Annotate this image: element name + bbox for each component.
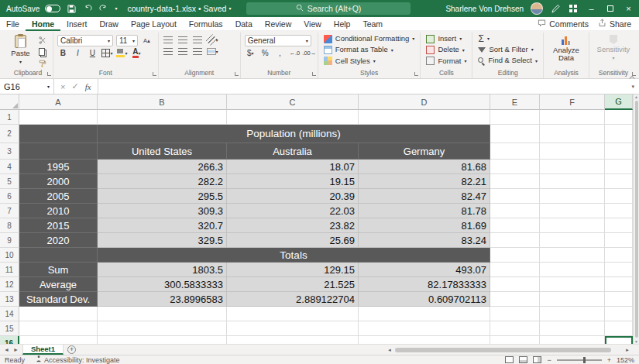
- zoom-slider-thumb[interactable]: [583, 357, 586, 363]
- row-header[interactable]: 10: [0, 248, 19, 263]
- cell[interactable]: 320.7: [98, 218, 227, 233]
- cell[interactable]: [227, 321, 359, 336]
- align-middle-button[interactable]: [177, 35, 189, 45]
- align-right-button[interactable]: [192, 46, 204, 57]
- cell[interactable]: [98, 321, 227, 336]
- cell[interactable]: [540, 336, 605, 344]
- insert-function-button[interactable]: fx: [85, 82, 91, 91]
- cell[interactable]: 23.82: [227, 218, 359, 233]
- cell[interactable]: 2.889122704: [227, 292, 359, 307]
- tab-data[interactable]: Data: [229, 17, 259, 31]
- cell[interactable]: [490, 218, 540, 233]
- comma-format-button[interactable]: ,: [274, 48, 286, 58]
- format-painter-button[interactable]: [37, 58, 49, 68]
- underline-button[interactable]: U: [87, 48, 98, 58]
- cell[interactable]: 20.39: [227, 189, 359, 204]
- column-header-f[interactable]: F: [540, 94, 605, 110]
- cell[interactable]: [605, 110, 633, 125]
- page-layout-view-icon[interactable]: [519, 356, 527, 363]
- formula-input[interactable]: [98, 79, 627, 94]
- align-center-button[interactable]: [177, 46, 189, 57]
- alignment-dialog-launcher-icon[interactable]: [235, 72, 239, 76]
- cell[interactable]: [605, 160, 633, 174]
- cell[interactable]: [605, 233, 633, 248]
- number-format-select[interactable]: General▾: [245, 35, 311, 46]
- cell[interactable]: [19, 248, 98, 263]
- font-name-select[interactable]: Calibri▾: [57, 35, 113, 46]
- cell[interactable]: 295.5: [98, 189, 227, 204]
- cell[interactable]: 82.17833333: [359, 277, 490, 292]
- cell[interactable]: [540, 174, 605, 189]
- cell[interactable]: [605, 292, 633, 307]
- sheet-nav-right-icon[interactable]: ►: [13, 347, 19, 352]
- tab-home[interactable]: Home: [26, 17, 60, 31]
- cell[interactable]: [540, 189, 605, 204]
- cell[interactable]: [490, 277, 540, 292]
- cell[interactable]: [540, 277, 605, 292]
- align-bottom-button[interactable]: [192, 35, 204, 45]
- normal-view-icon[interactable]: [505, 356, 514, 363]
- title-chevron-icon[interactable]: ▾: [228, 6, 231, 11]
- cell[interactable]: Germany: [359, 143, 490, 160]
- row-header[interactable]: 16: [0, 336, 19, 344]
- cell[interactable]: Australia: [227, 143, 359, 160]
- number-dialog-launcher-icon[interactable]: [312, 72, 316, 76]
- select-all-corner[interactable]: [0, 94, 19, 110]
- cell[interactable]: 282.2: [98, 174, 227, 189]
- cell[interactable]: 23.8996583: [98, 292, 227, 307]
- cell[interactable]: 329.5: [98, 233, 227, 248]
- percent-format-button[interactable]: %: [259, 48, 271, 58]
- name-box[interactable]: G16▾: [0, 79, 54, 94]
- tab-view[interactable]: View: [297, 17, 328, 31]
- tab-insert[interactable]: Insert: [60, 17, 93, 31]
- row-header[interactable]: 5: [0, 174, 19, 189]
- row-header[interactable]: 11: [0, 263, 19, 277]
- cell[interactable]: [605, 143, 633, 160]
- sheet-tab-sheet1[interactable]: Sheet1: [22, 345, 64, 355]
- decrease-decimal-button[interactable]: .00→: [304, 48, 315, 58]
- avatar[interactable]: [531, 2, 543, 15]
- collapse-ribbon-icon[interactable]: [629, 70, 635, 76]
- vertical-scrollbar[interactable]: ▲ ▼: [633, 94, 639, 344]
- zoom-out-button[interactable]: −: [547, 356, 551, 364]
- cell[interactable]: [605, 189, 633, 204]
- cell[interactable]: [605, 174, 633, 189]
- sheet-nav-left-icon[interactable]: ◄: [4, 347, 9, 352]
- cell[interactable]: [490, 110, 540, 125]
- cell[interactable]: [359, 336, 490, 344]
- cell[interactable]: [540, 218, 605, 233]
- format-as-table-button[interactable]: Format as Table▾: [322, 44, 417, 55]
- cell[interactable]: 493.07: [359, 263, 490, 277]
- tab-review[interactable]: Review: [259, 17, 297, 31]
- font-color-button[interactable]: A▾: [131, 48, 143, 58]
- cell[interactable]: [605, 307, 633, 321]
- zoom-slider[interactable]: [557, 359, 602, 361]
- cell[interactable]: [605, 321, 633, 336]
- row-header[interactable]: 3: [0, 143, 19, 160]
- grow-font-button[interactable]: A▴: [141, 36, 153, 46]
- tab-help[interactable]: Help: [328, 17, 357, 31]
- user-name[interactable]: Sharlene Von Drehsen: [445, 5, 524, 13]
- cell[interactable]: [227, 307, 359, 321]
- cell[interactable]: 82.21: [359, 174, 490, 189]
- cell[interactable]: 2010: [19, 204, 98, 218]
- fill-color-button[interactable]: ▾: [116, 48, 128, 58]
- cell[interactable]: 19.15: [227, 174, 359, 189]
- undo-icon[interactable]: [82, 2, 93, 15]
- cell[interactable]: 83.24: [359, 233, 490, 248]
- cut-button[interactable]: [37, 35, 49, 45]
- cancel-icon[interactable]: ×: [60, 82, 65, 91]
- row-header[interactable]: 2: [0, 125, 19, 143]
- quick-access-toolbar-chevron-icon[interactable]: ▾: [115, 6, 117, 11]
- accessibility-status[interactable]: Accessibility: Investigate: [36, 355, 120, 364]
- cell[interactable]: [19, 336, 98, 344]
- paste-button[interactable]: Paste ▾: [7, 33, 34, 68]
- redo-icon[interactable]: [98, 2, 109, 15]
- cell[interactable]: [605, 263, 633, 277]
- cell[interactable]: [19, 307, 98, 321]
- cell[interactable]: 2015: [19, 218, 98, 233]
- currency-format-button[interactable]: $▾: [245, 48, 256, 58]
- copy-button[interactable]: [37, 46, 49, 57]
- cell[interactable]: [490, 321, 540, 336]
- maximize-button[interactable]: [604, 0, 616, 17]
